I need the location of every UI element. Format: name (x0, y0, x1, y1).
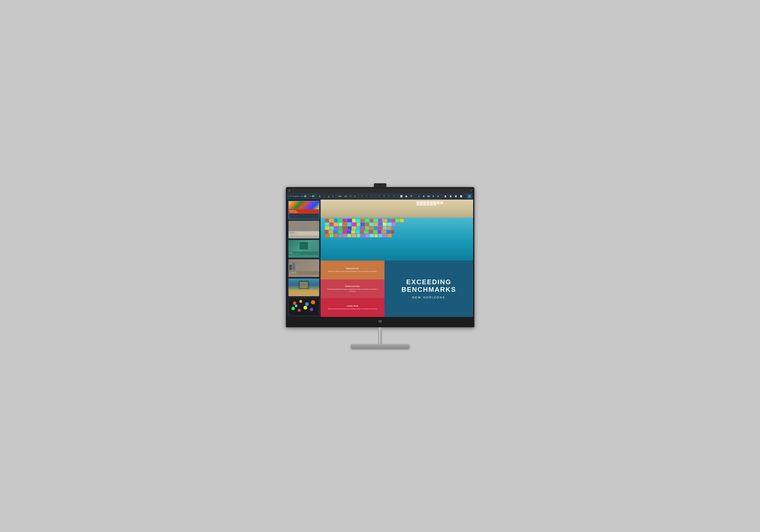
list-button[interactable]: ⊟ (377, 194, 382, 199)
list-group: ⊟ ⊞ ⊟ ⊞ (377, 194, 397, 199)
stand-base (351, 344, 409, 349)
strikethrough-A-button[interactable]: A (331, 194, 335, 199)
slide-panel: BRINGING UPA NEW CHANGE 1 EXCELLENC (287, 200, 321, 317)
monitor-wrapper: ☰ ✕ HP Simplified Light ▼ 12 ▼ B (286, 183, 474, 349)
bar-chart-4-button[interactable]: ▦ (431, 194, 436, 199)
longrun-text: Taking seamless key performance indicato… (328, 308, 377, 310)
podcasting-box: PODCASTING Podcasting operational change… (321, 280, 385, 298)
main-heading: EXCEEDING BENCHMARKS (402, 278, 456, 293)
line-chart-button[interactable]: 📈 (399, 194, 404, 199)
abc-strikethrough-button[interactable]: ABC (337, 194, 343, 199)
align-right-button[interactable]: ≡ (369, 194, 374, 199)
italic-button[interactable]: I (322, 194, 326, 199)
slide-4-number: 4 (289, 275, 290, 277)
main-content: BRINGING UPA NEW CHANGE 1 EXCELLENC (287, 200, 473, 317)
proactive-title: PROACTIVE (346, 267, 359, 270)
main-text-area: EXCEEDING BENCHMARKS NEW HORIZONS (385, 261, 473, 317)
slide-thumb-4[interactable]: TEAM WORK Bring to the table win-win... … (288, 259, 319, 277)
slide-thumb-6[interactable]: 6 (288, 298, 319, 316)
sub-heading: NEW HORIZONS (412, 296, 445, 299)
font-size-selector[interactable]: 12 ▼ (308, 194, 315, 199)
title-bar-left: ☰ (288, 190, 290, 192)
hp-logo: hp (287, 317, 473, 326)
webcam (374, 183, 386, 187)
chart-group: 📈 ⬤ 🖼 (399, 194, 414, 199)
image-button[interactable]: 🖼 (409, 194, 413, 199)
slide-6-content (289, 298, 319, 316)
app-icon: ☰ (288, 190, 290, 192)
alignment-group: ≡ ≡ ≡ (359, 194, 374, 199)
heading-line1: EXCEEDING (406, 278, 451, 286)
colorful-boats-dock (325, 219, 446, 258)
size-dropdown-arrow[interactable]: ▼ (312, 195, 314, 197)
bar-chart-1-button[interactable]: ▮ (416, 194, 421, 199)
slide-6-number: 6 (289, 314, 290, 315)
stand-neck (378, 327, 382, 344)
tool-2-button[interactable]: 📋 (449, 194, 453, 199)
slide-3-number: 3 (289, 256, 290, 257)
divider-7 (442, 194, 442, 198)
beach-background (321, 200, 473, 264)
align-center-button[interactable]: ≡ (364, 194, 369, 199)
bubble-chart-button[interactable]: ⬤ (404, 194, 408, 199)
slide-thumb-5[interactable]: 5 (288, 278, 319, 296)
slide-2-content: EXCELLENCE Ensure each and every positio… (289, 221, 319, 239)
white-boats-area (416, 201, 470, 205)
slide-5-number: 5 (289, 294, 290, 296)
divider-6 (415, 194, 415, 198)
podcasting-text: Podcasting operational change management… (323, 288, 382, 292)
outdent-button[interactable]: ⊞ (392, 194, 396, 199)
slide-4-content: TEAM WORK Bring to the table win-win... (289, 259, 319, 277)
underline-A-button[interactable]: A (327, 194, 330, 199)
tool-3-button[interactable]: 📋 (454, 194, 458, 199)
slide-thumb-1[interactable]: BRINGING UPA NEW CHANGE 1 (288, 201, 319, 219)
bar-chart-group: ▮ ▮▮ ▮▮▮ ▦ ▩ (416, 194, 441, 199)
slide-thumb-3[interactable]: DIGITAL Organically grow the holistic wo… (288, 240, 319, 258)
hp-logo-svg: hp (377, 319, 383, 323)
main-slide-view: PROACTIVE Bring to the table win-win sur… (321, 200, 473, 317)
title-bar: ☰ ✕ (287, 188, 473, 193)
bold-button[interactable]: B (318, 194, 322, 199)
font-selector[interactable]: HP Simplified Light ▼ (288, 194, 308, 199)
heading-line2: BENCHMARKS (402, 286, 456, 293)
slide-5-content (289, 279, 319, 296)
slide-thumb-2[interactable]: EXCELLENCE Ensure each and every positio… (288, 221, 319, 239)
bar-chart-2-button[interactable]: ▮▮ (421, 194, 426, 199)
slide-1-number: 1 (290, 217, 290, 218)
bar-chart-5-button[interactable]: ▩ (436, 194, 441, 199)
slide-bottom-content: PROACTIVE Bring to the table win-win sur… (321, 261, 473, 317)
image-tool-active-button[interactable]: 🖼 (467, 194, 472, 199)
tool-1-button[interactable]: 📋 (443, 194, 448, 199)
proactive-box: PROACTIVE Bring to the table win-win sur… (321, 261, 385, 280)
slide-2-number: 2 (289, 237, 290, 238)
numbered-list-button[interactable]: ⊞ (382, 194, 386, 199)
toolbar: HP Simplified Light ▼ 12 ▼ B I A A ABC a… (287, 193, 473, 200)
slide-3-content: DIGITAL Organically grow the holistic wo… (289, 240, 319, 258)
align-left-button[interactable]: ≡ (359, 194, 364, 199)
longrun-title: LONG RUN (347, 305, 358, 307)
font-size-value: 12 (309, 195, 311, 197)
abc-small-button[interactable]: abc (343, 194, 348, 199)
slide-1-content: BRINGING UPA NEW CHANGE (289, 201, 319, 219)
monitor-stand (351, 327, 409, 349)
tool-4-button[interactable]: 📄 (459, 194, 463, 199)
podcasting-title: PODCASTING (345, 285, 360, 288)
screen: ☰ ✕ HP Simplified Light ▼ 12 ▼ B (287, 188, 473, 326)
monitor-bezel: ☰ ✕ HP Simplified Light ▼ 12 ▼ B (286, 187, 474, 327)
longrun-box: LONG RUN Taking seamless key performance… (321, 298, 385, 317)
bar-chart-3-button[interactable]: ▮▮▮ (426, 194, 431, 199)
proactive-text: Bring to the table win-win survival stra… (328, 270, 377, 273)
superscript-button[interactable]: A² (349, 194, 353, 199)
content-boxes: PROACTIVE Bring to the table win-win sur… (321, 261, 385, 317)
font-name-label: HP Simplified Light (289, 195, 304, 197)
slide-background: PROACTIVE Bring to the table win-win sur… (321, 200, 473, 317)
font-dropdown-arrow[interactable]: ▼ (304, 195, 307, 197)
subscript-button[interactable]: A₁ (353, 194, 357, 199)
divider-3 (358, 194, 358, 198)
close-button[interactable]: ✕ (470, 190, 472, 192)
svg-text:hp: hp (378, 319, 382, 323)
indent-button[interactable]: ⊟ (387, 194, 391, 199)
